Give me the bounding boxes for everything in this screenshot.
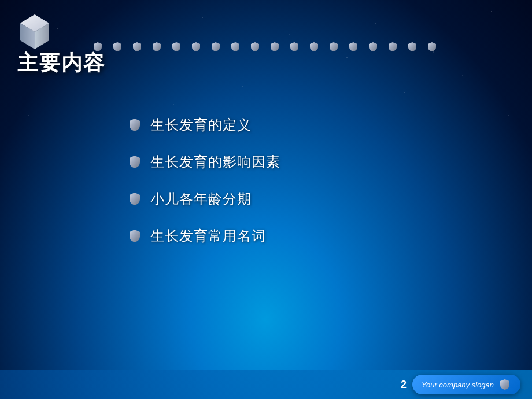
logo-icon <box>12 6 58 52</box>
dot-shield-14 <box>348 42 359 52</box>
dot-shield-6 <box>191 42 201 52</box>
dot-shield-10 <box>269 42 280 52</box>
bottom-bar: 2 Your company slogan <box>0 370 532 399</box>
dot-shield-17 <box>407 42 418 52</box>
page-title: 主要内容 <box>17 49 105 77</box>
slogan-text: Your company slogan <box>422 380 494 389</box>
dot-shield-8 <box>230 42 241 52</box>
decorative-dots-row <box>93 42 520 52</box>
dot-shield-5 <box>171 42 182 52</box>
dot-shield-7 <box>210 42 221 52</box>
menu-item-3-text: 小儿各年龄分期 <box>150 190 252 208</box>
shield-icon-3 <box>127 191 142 206</box>
dot-shield-3 <box>132 42 142 52</box>
dot-shield-11 <box>289 42 300 52</box>
dot-shield-18 <box>427 42 437 52</box>
menu-item-4: 生长发育常用名词 <box>127 227 280 245</box>
dot-shield-2 <box>112 42 123 52</box>
menu-item-1: 生长发育的定义 <box>127 116 280 134</box>
logo-area <box>12 6 58 54</box>
menu-item-3: 小儿各年龄分期 <box>127 190 280 208</box>
slogan-shield-icon <box>498 378 511 391</box>
menu-item-4-text: 生长发育常用名词 <box>150 227 266 245</box>
dot-shield-12 <box>309 42 319 52</box>
dot-shield-16 <box>387 42 398 52</box>
dot-shield-13 <box>328 42 339 52</box>
menu-item-1-text: 生长发育的定义 <box>150 116 252 134</box>
dot-shield-9 <box>250 42 260 52</box>
menu-item-2-text: 生长发育的影响因素 <box>150 153 280 171</box>
menu-items-list: 生长发育的定义 生长发育的影响因素 小儿各年龄分期 生长发育常用名词 <box>127 116 280 245</box>
dot-shield-4 <box>152 42 162 52</box>
slogan-pill: Your company slogan <box>412 375 520 394</box>
shield-icon-4 <box>127 228 142 243</box>
menu-item-2: 生长发育的影响因素 <box>127 153 280 171</box>
dot-shield-15 <box>368 42 378 52</box>
dot-shield-1 <box>93 42 103 52</box>
shield-icon-1 <box>127 117 142 132</box>
slide: 主要内容 生长发育的定义 <box>0 0 532 399</box>
page-number: 2 <box>401 379 407 391</box>
shield-icon-2 <box>127 154 142 169</box>
